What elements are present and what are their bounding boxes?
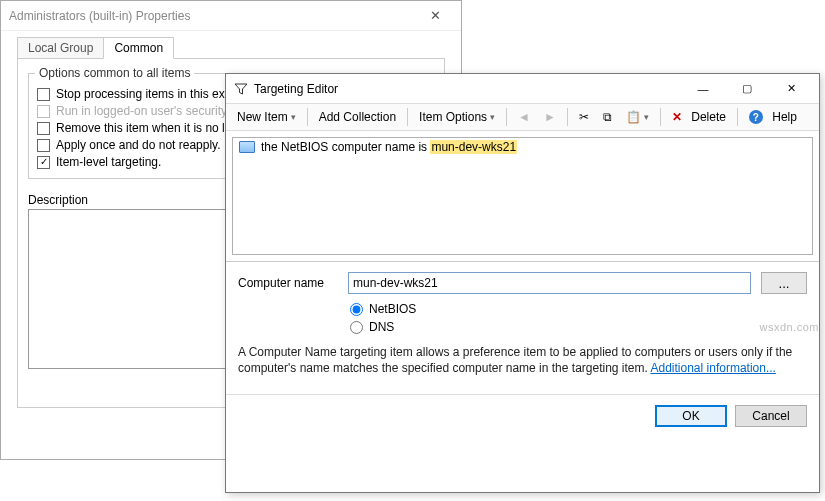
checkbox-icon[interactable] [37, 88, 50, 101]
move-down-icon: ► [539, 108, 561, 126]
funnel-icon [234, 82, 248, 96]
cancel-button[interactable]: Cancel [735, 405, 807, 427]
targeting-footer: OK Cancel [226, 394, 819, 437]
window-buttons: — ▢ ✕ [681, 75, 813, 103]
minimize-icon[interactable]: — [681, 75, 725, 103]
list-item-text: the NetBIOS computer name is mun-dev-wks… [261, 140, 517, 154]
tab-local-group[interactable]: Local Group [17, 37, 104, 59]
close-icon[interactable]: ✕ [415, 8, 455, 23]
targeting-list[interactable]: the NetBIOS computer name is mun-dev-wks… [232, 137, 813, 255]
cut-icon[interactable]: ✂ [574, 108, 594, 126]
maximize-icon[interactable]: ▢ [725, 75, 769, 103]
browse-button[interactable]: ... [761, 272, 807, 294]
option-label: Item-level targeting. [56, 155, 161, 169]
move-up-icon: ◄ [513, 108, 535, 126]
additional-information-link[interactable]: Additional information... [651, 361, 776, 375]
add-collection-button[interactable]: Add Collection [314, 108, 401, 126]
tabs: Local Group Common [17, 37, 461, 59]
options-group-label: Options common to all items [35, 66, 194, 80]
option-label: Apply once and do not reapply. [56, 138, 221, 152]
toolbar: New Item Add Collection Item Options ◄ ►… [226, 104, 819, 131]
paste-icon[interactable]: 📋 [621, 108, 654, 126]
item-options-button[interactable]: Item Options [414, 108, 500, 126]
computer-icon [239, 141, 255, 153]
help-text: A Computer Name targeting item allows a … [238, 344, 807, 376]
checkbox-icon[interactable] [37, 156, 50, 169]
properties-titlebar: Administrators (built-in) Properties ✕ [1, 1, 461, 31]
computer-name-label: Computer name [238, 276, 338, 290]
targeting-titlebar: Targeting Editor — ▢ ✕ [226, 74, 819, 104]
checkbox-icon [37, 105, 50, 118]
radio-dns-line[interactable]: DNS [350, 320, 807, 334]
computer-name-input[interactable] [348, 272, 751, 294]
checkbox-icon[interactable] [37, 139, 50, 152]
list-item[interactable]: the NetBIOS computer name is mun-dev-wks… [233, 138, 812, 156]
ok-button[interactable]: OK [655, 405, 727, 427]
delete-button[interactable]: ✕ Delete [667, 108, 731, 126]
radio-dns-label: DNS [369, 320, 394, 334]
detail-pane: Computer name ... NetBIOS DNS A Computer… [226, 261, 819, 394]
new-item-button[interactable]: New Item [232, 108, 301, 126]
close-icon[interactable]: ✕ [769, 75, 813, 103]
radio-dns[interactable] [350, 321, 363, 334]
properties-title: Administrators (built-in) Properties [9, 9, 190, 23]
targeting-editor-dialog: Targeting Editor — ▢ ✕ New Item Add Coll… [225, 73, 820, 493]
list-item-prefix: the NetBIOS computer name is [261, 140, 430, 154]
radio-netbios-label: NetBIOS [369, 302, 416, 316]
targeting-title: Targeting Editor [254, 82, 338, 96]
tab-common[interactable]: Common [103, 37, 174, 59]
computer-name-row: Computer name ... [238, 272, 807, 294]
radio-netbios-line[interactable]: NetBIOS [350, 302, 807, 316]
list-item-value: mun-dev-wks21 [430, 140, 517, 154]
help-button[interactable]: ? Help [744, 108, 802, 126]
checkbox-icon[interactable] [37, 122, 50, 135]
copy-icon[interactable]: ⧉ [598, 108, 617, 126]
radio-netbios[interactable] [350, 303, 363, 316]
